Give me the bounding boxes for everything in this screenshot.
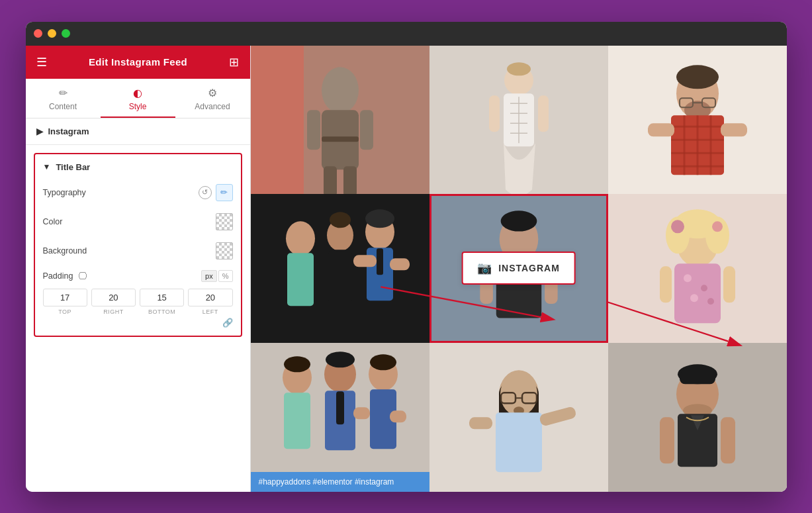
- link-icon[interactable]: 🔗: [222, 318, 233, 328]
- padding-row: Padding 🖵 px %: [43, 270, 233, 282]
- tab-content[interactable]: ✏ Content: [26, 79, 101, 118]
- sidebar: ☰ Edit Instagram Feed ⊞ ✏ Content ◐ Styl…: [26, 46, 251, 492]
- svg-rect-69: [723, 266, 735, 303]
- svg-rect-31: [648, 123, 674, 136]
- hamburger-icon[interactable]: ☰: [36, 55, 47, 70]
- panel-header: ▼ Title Bar: [43, 162, 233, 172]
- instagram-overlay-text: INSTAGRAM: [498, 263, 560, 273]
- padding-bottom-input[interactable]: [140, 289, 184, 306]
- maximize-button[interactable]: [62, 29, 70, 38]
- caption-text: #happyaddons #elementor #instagram: [259, 477, 394, 487]
- padding-bottom-wrap: BOTTOM: [140, 289, 184, 315]
- tab-advanced-label: Advanced: [195, 102, 230, 111]
- svg-point-38: [286, 221, 315, 256]
- instagram-label: Instagram: [48, 126, 89, 136]
- padding-label-group: Padding 🖵: [43, 271, 88, 281]
- background-swatch[interactable]: [216, 242, 233, 259]
- svg-rect-46: [377, 248, 383, 275]
- svg-rect-93: [469, 417, 492, 429]
- svg-point-72: [284, 356, 310, 372]
- color-row: Color: [43, 212, 233, 232]
- instagram-section[interactable]: ▶ Instagram: [26, 118, 250, 145]
- svg-rect-63: [674, 263, 721, 323]
- svg-point-1: [322, 67, 359, 113]
- photo-cell-8: [429, 343, 608, 492]
- screen-icon[interactable]: 🖵: [78, 271, 87, 281]
- padding-left-input[interactable]: [188, 289, 232, 306]
- svg-point-75: [326, 351, 355, 367]
- photo-cell-2: [429, 46, 608, 195]
- content-tab-icon: ✏: [59, 87, 68, 99]
- unit-px-button[interactable]: px: [201, 270, 217, 282]
- svg-rect-102: [721, 417, 735, 463]
- svg-rect-5: [324, 166, 337, 194]
- background-label: Background: [43, 246, 87, 256]
- padding-top-label: TOP: [58, 308, 71, 315]
- unit-percent-button[interactable]: %: [218, 270, 233, 282]
- padding-right-label: RIGHT: [103, 308, 124, 315]
- typography-edit-icon[interactable]: ✏: [216, 184, 233, 201]
- tab-advanced[interactable]: ⚙ Advanced: [175, 79, 250, 118]
- window-title-bar: [26, 22, 787, 46]
- instagram-overlay-button[interactable]: 📷 INSTAGRAM: [461, 252, 576, 285]
- typography-row: Typography ↺ ✏: [43, 183, 233, 203]
- tab-style[interactable]: ◐ Style: [101, 79, 175, 118]
- svg-point-65: [701, 285, 707, 291]
- padding-right-input[interactable]: [91, 289, 136, 306]
- panel-arrow-icon[interactable]: ▼: [43, 162, 51, 171]
- close-button[interactable]: [34, 29, 42, 38]
- svg-rect-32: [721, 123, 747, 136]
- padding-top-wrap: TOP: [43, 289, 87, 315]
- panel-title: Title Bar: [56, 162, 90, 172]
- svg-point-33: [676, 65, 719, 89]
- padding-top-input[interactable]: [43, 289, 87, 306]
- photo-grid: 📷 INSTAGRAM: [251, 46, 787, 492]
- instagram-overlay-icon: 📷: [477, 261, 492, 275]
- svg-point-67: [707, 298, 714, 304]
- typography-label: Typography: [43, 188, 86, 197]
- app-window: ☰ Edit Instagram Feed ⊞ ✏ Content ◐ Styl…: [26, 22, 787, 492]
- color-controls: [216, 213, 233, 230]
- svg-rect-4: [360, 110, 373, 150]
- svg-point-79: [370, 354, 396, 370]
- svg-point-66: [690, 294, 698, 302]
- svg-rect-6: [343, 166, 357, 194]
- caption-overlay: #happyaddons #elementor #instagram: [251, 472, 429, 492]
- photo-cell-7: #happyaddons #elementor #instagram: [251, 343, 429, 492]
- svg-rect-81: [353, 407, 370, 419]
- background-controls: [216, 242, 233, 259]
- advanced-tab-icon: ⚙: [208, 87, 217, 99]
- svg-rect-7: [322, 136, 359, 142]
- sidebar-title: Edit Instagram Feed: [89, 56, 187, 68]
- photo-cell-6: [608, 194, 787, 343]
- svg-rect-73: [284, 393, 310, 449]
- svg-point-41: [330, 212, 351, 228]
- svg-rect-47: [353, 255, 377, 267]
- svg-point-51: [500, 210, 537, 231]
- svg-rect-14: [538, 95, 549, 132]
- grid-icon[interactable]: ⊞: [229, 55, 239, 70]
- tabs-bar: ✏ Content ◐ Style ⚙ Advanced: [26, 79, 250, 118]
- title-bar-panel: ▼ Title Bar Typography ↺ ✏ Color: [34, 153, 242, 337]
- minimize-button[interactable]: [48, 29, 56, 38]
- style-tab-icon: ◐: [133, 87, 142, 99]
- padding-label: Padding: [43, 271, 73, 281]
- typography-reset-icon[interactable]: ↺: [199, 186, 212, 199]
- main-area: ☰ Edit Instagram Feed ⊞ ✏ Content ◐ Styl…: [26, 46, 787, 492]
- background-row: Background: [43, 241, 233, 261]
- svg-rect-101: [660, 417, 674, 463]
- svg-rect-3: [307, 110, 320, 150]
- photo-cell-1: [251, 46, 429, 195]
- sidebar-header: ☰ Edit Instagram Feed ⊞: [26, 46, 250, 79]
- svg-rect-91: [496, 412, 542, 472]
- svg-point-11: [507, 62, 531, 75]
- svg-rect-97: [680, 371, 715, 384]
- svg-point-64: [684, 274, 692, 282]
- color-swatch[interactable]: [216, 213, 233, 230]
- typography-controls: ↺ ✏: [199, 184, 233, 201]
- svg-rect-82: [390, 410, 406, 422]
- tab-style-label: Style: [129, 102, 147, 111]
- svg-rect-8: [251, 46, 304, 195]
- svg-point-61: [671, 220, 684, 233]
- svg-point-62: [712, 221, 723, 232]
